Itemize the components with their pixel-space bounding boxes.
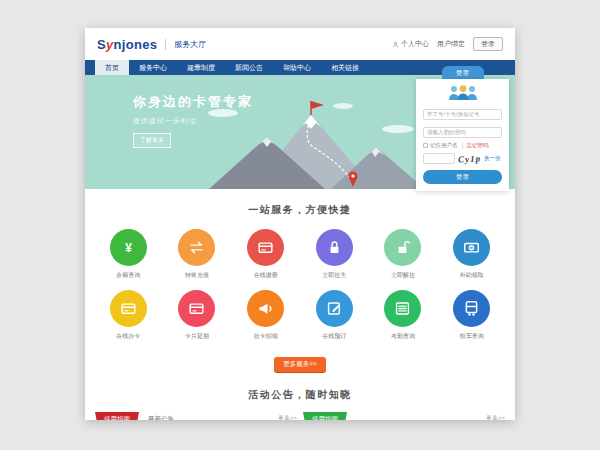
user-icon — [392, 41, 399, 48]
remember-row: 记住用户名 忘记密码 — [423, 142, 502, 149]
nav-item-新闻公告[interactable]: 新闻公告 — [225, 60, 273, 75]
panel-tab-最新公告[interactable]: 最新公告 — [148, 412, 174, 420]
panel-tab-使用指南[interactable]: 使用指南 — [95, 412, 139, 420]
service-label: 在线缴费 — [254, 271, 278, 280]
personal-center-link[interactable]: 个人中心 — [392, 39, 429, 49]
announcements-section: 活动公告，随时知晓 使用指南最新公告更多>>使用指南更多>> — [85, 388, 515, 420]
svg-text:¥: ¥ — [125, 241, 132, 255]
nav-item-首页[interactable]: 首页 — [95, 60, 129, 75]
logo[interactable]: Synjones — [97, 37, 157, 52]
announcements-title: 活动公告，随时知晓 — [85, 388, 515, 402]
nav-item-相关链接[interactable]: 相关链接 — [321, 60, 369, 75]
service-label: 立即挂失 — [322, 271, 346, 280]
card-icon — [247, 229, 284, 266]
service-label: 余额查询 — [116, 271, 140, 280]
transfer-icon — [178, 229, 215, 266]
service-item-立即挂失[interactable]: 立即挂失 — [300, 229, 369, 280]
svg-text:1: 1 — [470, 246, 473, 251]
panel-more-link[interactable]: 更多>> — [278, 412, 297, 420]
logo-part2: njones — [114, 37, 158, 52]
captcha-image[interactable]: Cy1p — [458, 153, 481, 164]
login-card: 记住用户名 忘记密码 Cy1p 换一张 登录 — [416, 79, 509, 191]
service-item-在线预订[interactable]: 在线预订 — [300, 290, 369, 341]
megaphone-icon — [247, 290, 284, 327]
service-label: 拾卡招领 — [254, 332, 278, 341]
site-name: 服务大厅 — [165, 39, 206, 50]
service-item-拾卡招领[interactable]: 拾卡招领 — [231, 290, 300, 341]
login-submit-button[interactable]: 登录 — [423, 170, 502, 184]
service-label: 在线办卡 — [116, 332, 140, 341]
panel-tab-使用指南[interactable]: 使用指南 — [303, 412, 347, 420]
unlock-icon — [384, 229, 421, 266]
users-group-icon — [446, 85, 480, 100]
site-window: Synjones 服务大厅 个人中心 用户绑定 登录 首页服务中心规章制度新闻公… — [85, 28, 515, 420]
services-section: 一站服务，方便快捷 ¥余额查询转账充值在线缴费立即挂失立即解挂1补助领取在线办卡… — [85, 203, 515, 372]
service-label: 补助领取 — [460, 271, 484, 280]
card-icon — [178, 290, 215, 327]
header-right: 个人中心 用户绑定 登录 — [392, 37, 503, 51]
more-services-wrap: 更多服务>> — [85, 352, 515, 372]
username-input[interactable] — [423, 109, 502, 120]
announcement-panel-1: 使用指南最新公告更多>> — [95, 412, 297, 420]
service-label: 转账充值 — [185, 271, 209, 280]
more-services-button[interactable]: 更多服务>> — [274, 357, 326, 372]
service-label: 校车查询 — [460, 332, 484, 341]
service-item-卡片延期[interactable]: 卡片延期 — [163, 290, 232, 341]
services-title: 一站服务，方便快捷 — [85, 203, 515, 217]
services-grid: ¥余额查询转账充值在线缴费立即挂失立即解挂1补助领取在线办卡卡片延期拾卡招领在线… — [94, 229, 506, 341]
service-label: 在线预订 — [322, 332, 346, 341]
hero-title: 你身边的卡管专家 — [133, 93, 253, 111]
service-item-余额查询[interactable]: ¥余额查询 — [94, 229, 163, 280]
remember-label: 记住用户名 — [430, 142, 458, 149]
logo-part1: S — [97, 37, 106, 52]
password-input[interactable] — [423, 127, 502, 138]
remember-checkbox[interactable] — [423, 143, 428, 148]
service-label: 卡片延期 — [185, 332, 209, 341]
service-item-在线缴费[interactable]: 在线缴费 — [231, 229, 300, 280]
service-item-转账充值[interactable]: 转账充值 — [163, 229, 232, 280]
lock-icon — [316, 229, 353, 266]
captcha-refresh-link[interactable]: 换一张 — [484, 155, 501, 162]
logo-accent: y — [106, 37, 114, 52]
card-icon — [110, 290, 147, 327]
banknote-icon: 1 — [453, 229, 490, 266]
captcha-input[interactable] — [423, 153, 455, 164]
service-label: 考勤查询 — [391, 332, 415, 341]
panel-more-link[interactable]: 更多>> — [486, 412, 505, 420]
login-panel: 登录 记住用户名 忘记密码 Cy1p 换一张 — [416, 66, 509, 191]
hero-text: 你身边的卡管专家 提供捷径一步到位 了解更多 — [133, 93, 253, 148]
hero-cta-button[interactable]: 了解更多 — [133, 133, 171, 148]
header: Synjones 服务大厅 个人中心 用户绑定 登录 — [85, 28, 515, 60]
bus-icon — [453, 290, 490, 327]
edit-icon — [316, 290, 353, 327]
forgot-password-link[interactable]: 忘记密码 — [462, 142, 489, 149]
page-background: Synjones 服务大厅 个人中心 用户绑定 登录 首页服务中心规章制度新闻公… — [0, 0, 600, 450]
service-item-考勤查询[interactable]: 考勤查询 — [369, 290, 438, 341]
login-tab[interactable]: 登录 — [442, 66, 484, 79]
service-item-校车查询[interactable]: 校车查询 — [437, 290, 506, 341]
service-label: 立即解挂 — [391, 271, 415, 280]
nav-item-规章制度[interactable]: 规章制度 — [177, 60, 225, 75]
nav-item-服务中心[interactable]: 服务中心 — [129, 60, 177, 75]
user-bind-link[interactable]: 用户绑定 — [437, 39, 465, 49]
captcha-row: Cy1p 换一张 — [423, 153, 502, 164]
yen-icon: ¥ — [110, 229, 147, 266]
list-icon — [384, 290, 421, 327]
header-login-button[interactable]: 登录 — [473, 37, 503, 51]
service-item-补助领取[interactable]: 1补助领取 — [437, 229, 506, 280]
announcement-panels: 使用指南最新公告更多>>使用指南更多>> — [85, 412, 515, 420]
hero-subtitle: 提供捷径一步到位 — [133, 116, 253, 126]
nav-item-帮助中心[interactable]: 帮助中心 — [273, 60, 321, 75]
announcement-panel-2: 使用指南更多>> — [303, 412, 505, 420]
service-item-立即解挂[interactable]: 立即解挂 — [369, 229, 438, 280]
service-item-在线办卡[interactable]: 在线办卡 — [94, 290, 163, 341]
